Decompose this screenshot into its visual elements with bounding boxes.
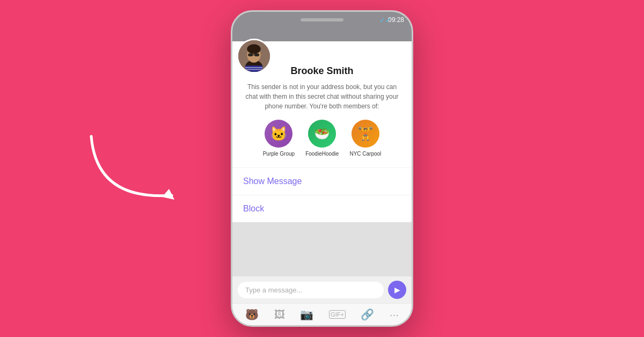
link-icon[interactable]: 🔗 [361,308,374,321]
group-item-car[interactable]: 🏋 NYC Carpool [349,120,381,157]
phone-notch [301,18,343,21]
more-icon[interactable]: ··· [390,309,399,321]
show-message-button[interactable]: Show Message [243,177,401,186]
avatar [237,39,272,74]
arrow-decoration [75,120,193,217]
svg-rect-5 [248,54,253,56]
group-label-car: NYC Carpool [349,151,381,157]
svg-point-4 [247,44,260,54]
send-button[interactable]: ▶ [388,281,406,299]
svg-rect-10 [245,69,263,70]
chat-header: 09:28 ✓✓ [232,12,412,41]
contact-description: This sender is not in your address book,… [232,82,412,111]
group-item-food[interactable]: 🥗 FoodieHoodie [305,120,339,157]
group-label-purple: Purple Group [263,151,295,157]
contact-name: Brooke Smith [290,65,353,77]
message-input[interactable]: Type a message... [238,282,384,298]
svg-marker-0 [162,189,174,200]
svg-rect-6 [254,54,259,56]
group-icon-car: 🏋 [352,120,379,148]
block-section: Block [232,195,412,222]
block-button[interactable]: Block [243,204,401,214]
contact-modal: Brooke Smith This sender is not in your … [232,41,412,222]
phone-bottom: Type a message... ▶ 🐻 🖼 📷 GIF+ 🔗 ··· [232,276,412,325]
sticker-icon[interactable]: 🐻 [245,308,259,321]
read-receipt-icon: ✓✓ [379,16,391,24]
message-input-area: Type a message... ▶ [232,276,412,303]
group-label-food: FoodieHoodie [305,151,339,157]
phone-frame: 09:28 ✓✓ ure vet... 09:28 ✓ [231,10,413,327]
gif-icon[interactable]: GIF+ [329,310,346,319]
svg-rect-9 [245,67,263,68]
group-icon-purple: 🐱 [265,120,292,148]
show-message-section: Show Message [232,168,412,195]
toolbar: 🐻 🖼 📷 GIF+ 🔗 ··· [232,303,412,325]
svg-rect-8 [245,65,263,72]
avatar-image [238,40,270,72]
group-icon-food: 🥗 [308,120,336,148]
gallery-icon[interactable]: 🖼 [274,309,285,321]
group-item-purple[interactable]: 🐱 Purple Group [263,120,295,157]
message-placeholder: Type a message... [245,286,302,294]
camera-icon[interactable]: 📷 [300,308,313,321]
shared-groups: 🐱 Purple Group 🥗 FoodieHoodie 🏋 NYC Carp… [263,120,382,159]
